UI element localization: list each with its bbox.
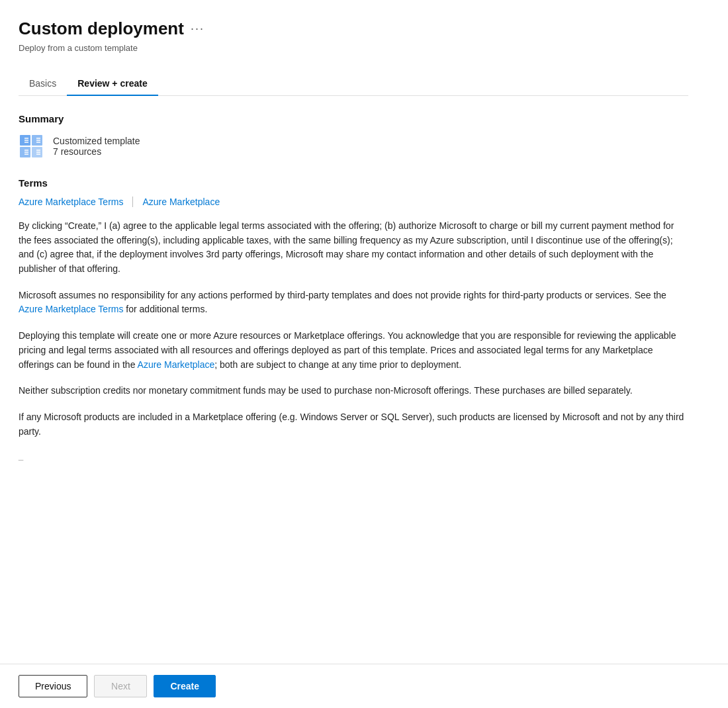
terms-divider <box>132 197 133 207</box>
bottom-bar: Previous Next Create <box>0 664 728 708</box>
terms-label: Terms <box>19 177 688 189</box>
azure-marketplace-link[interactable]: Azure Marketplace <box>142 197 220 207</box>
template-resources: 7 resources <box>53 146 140 157</box>
page-container: Custom deployment ··· Deploy from a cust… <box>0 0 715 461</box>
partially-visible-content: _ <box>19 451 688 461</box>
next-button: Next <box>94 675 147 697</box>
previous-button[interactable]: Previous <box>19 675 87 697</box>
legal-paragraph-4: Neither subscription credits nor monetar… <box>19 384 688 398</box>
template-text: Customized template 7 resources <box>53 136 140 157</box>
tab-review-create[interactable]: Review + create <box>67 71 158 95</box>
tabs-container: Basics Review + create <box>19 71 688 96</box>
legal-paragraph-2: Microsoft assumes no responsibility for … <box>19 288 688 317</box>
azure-marketplace-terms-link[interactable]: Azure Marketplace Terms <box>19 197 123 207</box>
legal-paragraph-5: If any Microsoft products are included i… <box>19 410 688 439</box>
terms-section: Terms Azure Marketplace Terms Azure Mark… <box>19 177 688 439</box>
template-icon <box>19 134 44 159</box>
terms-links: Azure Marketplace Terms Azure Marketplac… <box>19 197 688 207</box>
azure-marketplace-inline-link[interactable]: Azure Marketplace <box>138 359 215 370</box>
header-area: Custom deployment ··· <box>19 19 688 39</box>
legal-paragraph-3: Deploying this template will create one … <box>19 329 688 372</box>
tab-basics[interactable]: Basics <box>19 71 67 95</box>
more-options-icon[interactable]: ··· <box>191 22 205 36</box>
legal-paragraph-1: By clicking “Create,” I (a) agree to the… <box>19 219 688 277</box>
template-name: Customized template <box>53 136 140 146</box>
create-button[interactable]: Create <box>154 675 216 697</box>
azure-marketplace-terms-inline-link[interactable]: Azure Marketplace Terms <box>19 304 123 314</box>
page-title: Custom deployment <box>19 19 184 39</box>
page-subtitle: Deploy from a custom template <box>19 43 688 53</box>
summary-row: Customized template 7 resources <box>19 134 688 159</box>
summary-label: Summary <box>19 113 688 124</box>
